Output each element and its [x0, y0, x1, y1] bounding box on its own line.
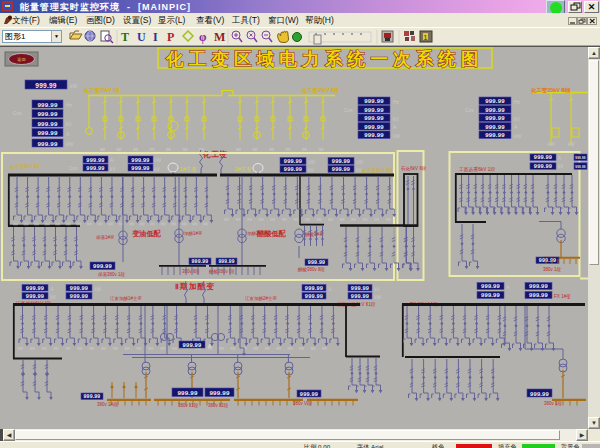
- svg-text:1: 1: [424, 34, 428, 41]
- svg-text:kW: kW: [375, 295, 382, 300]
- svg-text:kV: kV: [309, 168, 315, 173]
- svg-text:999.99: 999.99: [364, 107, 384, 113]
- svg-text:999.99: 999.99: [575, 165, 586, 169]
- svg-text:999.99: 999.99: [332, 158, 350, 164]
- svg-text:A: A: [66, 131, 70, 137]
- svg-text:kV: kV: [375, 287, 381, 292]
- svg-text:江富加醋2#主变: 江富加醋2#主变: [245, 296, 278, 302]
- svg-text:kW: kW: [393, 133, 401, 139]
- svg-text:999.99: 999.99: [481, 283, 501, 289]
- svg-text:380v 1段: 380v 1段: [543, 267, 562, 272]
- svg-text:999.99: 999.99: [364, 115, 384, 121]
- svg-text:保温380v 1段: 保温380v 1段: [97, 271, 126, 277]
- svg-text:999.99: 999.99: [131, 165, 149, 171]
- svg-text:醋酸低配: 醋酸低配: [257, 229, 287, 238]
- svg-text:999.99: 999.99: [305, 293, 323, 299]
- svg-text:2#主变: 2#主变: [235, 166, 251, 173]
- svg-text:Cos: Cos: [13, 111, 22, 116]
- svg-text:Hz: Hz: [393, 99, 400, 105]
- svg-text:999.99: 999.99: [351, 285, 369, 291]
- svg-text:380v Ⅴ段: 380v Ⅴ段: [293, 401, 312, 406]
- svg-text:999.99: 999.99: [37, 101, 57, 108]
- svg-text:999.99: 999.99: [284, 158, 302, 164]
- svg-text:999.99: 999.99: [485, 124, 505, 130]
- svg-text:kW: kW: [568, 142, 575, 147]
- svg-text:化工变35kV Ⅲ段: 化工变35kV Ⅲ段: [530, 87, 571, 94]
- svg-text:Cos: Cos: [344, 108, 353, 113]
- svg-text:999.99: 999.99: [131, 157, 149, 163]
- svg-text:Ⅱ期加醋变: Ⅱ期加醋变: [175, 282, 215, 291]
- svg-text:999.99: 999.99: [485, 98, 505, 104]
- svg-text:999.99: 999.99: [534, 154, 552, 160]
- svg-text:kW: kW: [154, 158, 161, 163]
- svg-text:999.99: 999.99: [364, 132, 384, 138]
- svg-text:FX 1#变: FX 1#变: [554, 294, 571, 300]
- svg-text:醋酸380v Ⅰ段: 醋酸380v Ⅰ段: [209, 269, 235, 275]
- svg-text:T: T: [121, 30, 129, 44]
- svg-text:U: U: [137, 30, 146, 44]
- svg-text:999.99: 999.99: [86, 165, 104, 171]
- svg-text:化工变6kV Ⅰ段: 化工变6kV Ⅰ段: [10, 163, 40, 170]
- svg-text:kV: kV: [51, 295, 57, 300]
- svg-text:化工变35kV Ⅰ段: 化工变35kV Ⅰ段: [83, 87, 121, 94]
- svg-text:380v Ⅱ1段: 380v Ⅱ1段: [178, 403, 199, 408]
- svg-text:999.99: 999.99: [26, 293, 44, 299]
- svg-text:999.99: 999.99: [177, 389, 197, 396]
- svg-text:999.99: 999.99: [37, 129, 57, 136]
- svg-text:999.99: 999.99: [364, 124, 384, 130]
- svg-text:A: A: [51, 287, 55, 292]
- svg-text:999.99: 999.99: [37, 120, 57, 127]
- svg-text:φ: φ: [199, 30, 207, 44]
- svg-text:380v Ⅱ段: 380v Ⅱ段: [182, 269, 200, 274]
- svg-text:999.99: 999.99: [37, 110, 57, 117]
- svg-text:M: M: [214, 30, 225, 44]
- svg-text:kV: kV: [558, 164, 564, 169]
- svg-text:保温1#变: 保温1#变: [95, 234, 115, 240]
- svg-text:1#主变: 1#主变: [180, 166, 196, 173]
- svg-text:A: A: [110, 158, 114, 163]
- svg-text:A: A: [514, 124, 518, 130]
- svg-text:A: A: [558, 156, 562, 161]
- svg-text:999.99: 999.99: [364, 98, 384, 104]
- svg-text:999.99: 999.99: [332, 166, 350, 172]
- svg-text:999.99: 999.99: [70, 293, 88, 299]
- svg-text:kV: kV: [154, 167, 160, 172]
- svg-text:999.99: 999.99: [534, 163, 552, 169]
- svg-text:999.99: 999.99: [300, 391, 318, 397]
- svg-text:Hz: Hz: [514, 99, 521, 105]
- svg-text:999.99: 999.99: [84, 393, 101, 399]
- svg-text:kW: kW: [309, 160, 316, 165]
- svg-text:999.99: 999.99: [539, 257, 557, 263]
- svg-text:Cos: Cos: [69, 166, 78, 171]
- svg-text:化工变区域电力系统一次系统图: 化工变区域电力系统一次系统图: [165, 49, 484, 69]
- svg-text:变油低配: 变油低配: [132, 229, 162, 238]
- svg-text:工富选重6kV 1段: 工富选重6kV 1段: [459, 166, 495, 173]
- svg-text:kV: kV: [110, 167, 116, 172]
- svg-text:999.99: 999.99: [305, 285, 323, 291]
- svg-text:999.99: 999.99: [209, 389, 229, 396]
- svg-text:999.99: 999.99: [485, 107, 505, 113]
- svg-text:kV: kV: [66, 121, 73, 127]
- svg-text:kW: kW: [357, 160, 364, 165]
- svg-text:kV: kV: [393, 116, 400, 122]
- svg-text:999.99: 999.99: [481, 292, 501, 298]
- svg-text:返回: 返回: [17, 57, 25, 62]
- svg-text:化工变6kV Ⅱ段: 化工变6kV Ⅱ段: [362, 167, 393, 174]
- svg-text:kW: kW: [548, 142, 555, 147]
- svg-text:380v 1段: 380v 1段: [544, 401, 563, 406]
- svg-text:999.99: 999.99: [70, 285, 88, 291]
- svg-text:999.99: 999.99: [183, 342, 203, 348]
- svg-text:kW: kW: [95, 287, 102, 292]
- svg-text:kW: kW: [70, 83, 78, 89]
- svg-text:999.99: 999.99: [485, 132, 505, 138]
- svg-text:kV: kV: [357, 168, 363, 173]
- svg-text:I: I: [153, 30, 158, 44]
- svg-text:999.99: 999.99: [529, 283, 549, 289]
- svg-text:醋酸380v Ⅱ段: 醋酸380v Ⅱ段: [298, 267, 325, 273]
- svg-text:kW: kW: [66, 141, 74, 147]
- svg-text:999.99: 999.99: [530, 391, 550, 397]
- svg-text:加醋1#变: 加醋1#变: [184, 231, 203, 237]
- svg-text:Hz: Hz: [66, 102, 73, 108]
- svg-text:A: A: [393, 124, 397, 130]
- svg-text:999.99: 999.99: [26, 285, 44, 291]
